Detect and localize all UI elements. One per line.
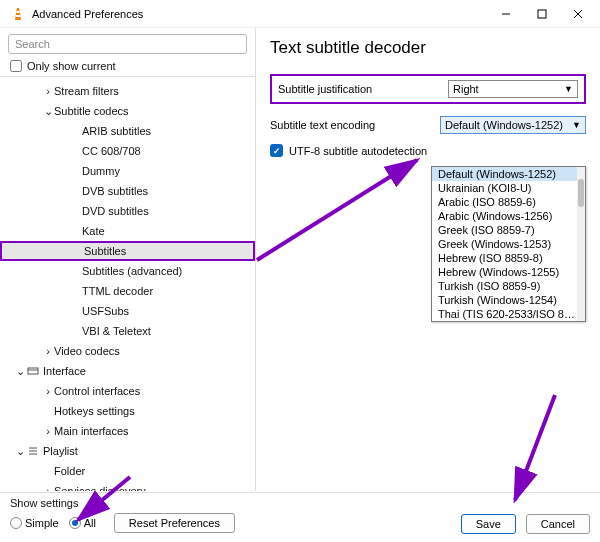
preferences-tree[interactable]: ›Stream filters⌄Subtitle codecsARIB subt… [0,76,255,491]
tree-item-label: Subtitles [84,245,126,257]
encoding-option[interactable]: Arabic (ISO 8859-6) [432,195,585,209]
tree-item-label: DVD subtitles [82,205,149,217]
tree-item[interactable]: ⌄Playlist [0,441,255,461]
chevron-down-icon[interactable]: ⌄ [42,105,54,118]
tree-item-label: TTML decoder [82,285,153,297]
tree-item-label: Subtitles (advanced) [82,265,182,277]
footer: Show settings Simple All Reset Preferenc… [0,492,600,542]
window-title: Advanced Preferences [32,8,488,20]
justification-dropdown[interactable]: Right ▼ [448,80,578,98]
reset-preferences-button[interactable]: Reset Preferences [114,513,235,533]
tree-item-label: Services discovery [54,485,146,491]
interface-icon [26,364,40,378]
encoding-option[interactable]: Turkish (ISO 8859-9) [432,279,585,293]
encoding-option[interactable]: Arabic (Windows-1256) [432,209,585,223]
tree-item[interactable]: Folder [0,461,255,481]
tree-item[interactable]: CC 608/708 [0,141,255,161]
encoding-dropdown[interactable]: Default (Windows-1252) ▼ [440,116,586,134]
title-bar: Advanced Preferences [0,0,600,28]
svg-rect-4 [538,10,546,18]
encoding-option[interactable]: Thai (TIS 620-2533/ISO 8859-11) [432,307,585,321]
encoding-value: Default (Windows-1252) [445,119,563,131]
tree-item-label: Video codecs [54,345,120,357]
chevron-right-icon[interactable]: › [42,85,54,97]
justification-label: Subtitle justification [278,83,448,95]
tree-item-label: ARIB subtitles [82,125,151,137]
simple-radio[interactable]: Simple [10,517,59,529]
tree-item-label: USFSubs [82,305,129,317]
encoding-option[interactable]: Greek (Windows-1253) [432,237,585,251]
svg-rect-2 [16,15,20,17]
tree-item-label: Main interfaces [54,425,129,437]
chevron-down-icon: ▼ [572,120,581,130]
dropdown-scrollbar[interactable] [577,167,585,321]
tree-item-label: Subtitle codecs [54,105,129,117]
tree-item[interactable]: Hotkeys settings [0,401,255,421]
tree-item[interactable]: ›Services discovery [0,481,255,491]
encoding-option[interactable]: Default (Windows-1252) [432,167,585,181]
tree-item[interactable]: ARIB subtitles [0,121,255,141]
justification-value: Right [453,83,479,95]
svg-marker-0 [15,8,21,20]
tree-item[interactable]: Dummy [0,161,255,181]
tree-item[interactable]: DVB subtitles [0,181,255,201]
tree-item[interactable]: ⌄Subtitle codecs [0,101,255,121]
show-settings-label: Show settings [10,497,590,509]
tree-item[interactable]: Kate [0,221,255,241]
checkbox-checked-icon [270,144,283,157]
chevron-right-icon[interactable]: › [42,385,54,397]
utf8-autodetect-checkbox[interactable]: UTF-8 subtitle autodetection [270,144,586,157]
tree-item-label: Folder [54,465,85,477]
tree-item[interactable]: TTML decoder [0,281,255,301]
only-show-current-checkbox[interactable]: Only show current [0,58,255,76]
tree-item-label: Kate [82,225,105,237]
only-show-current-box[interactable] [10,60,22,72]
encoding-option[interactable]: Turkish (Windows-1254) [432,293,585,307]
tree-item[interactable]: Subtitles (advanced) [0,261,255,281]
svg-rect-1 [17,11,20,13]
tree-item-label: Playlist [43,445,78,457]
encoding-row: Subtitle text encoding Default (Windows-… [270,112,586,138]
playlist-icon [26,444,40,458]
encoding-option[interactable]: Hebrew (Windows-1255) [432,265,585,279]
cancel-button[interactable]: Cancel [526,514,590,534]
tree-item[interactable]: USFSubs [0,301,255,321]
panel-title: Text subtitle decoder [270,38,586,58]
save-button[interactable]: Save [461,514,516,534]
tree-item-label: Control interfaces [54,385,140,397]
search-input[interactable]: Search [8,34,247,54]
tree-item[interactable]: Subtitles [0,241,255,261]
tree-item-label: DVB subtitles [82,185,148,197]
tree-item[interactable]: ›Main interfaces [0,421,255,441]
chevron-right-icon[interactable]: › [42,345,54,357]
tree-item-label: Stream filters [54,85,119,97]
tree-item-label: Hotkeys settings [54,405,135,417]
only-show-current-label: Only show current [27,60,116,72]
maximize-button[interactable] [524,3,560,25]
minimize-button[interactable] [488,3,524,25]
chevron-down-icon[interactable]: ⌄ [14,445,26,458]
vlc-cone-icon [10,6,26,22]
all-radio[interactable]: All [69,517,96,529]
close-button[interactable] [560,3,596,25]
tree-item[interactable]: ⌄Interface [0,361,255,381]
svg-rect-7 [28,368,38,374]
chevron-right-icon[interactable]: › [42,425,54,437]
simple-label: Simple [25,517,59,529]
tree-item[interactable]: ›Stream filters [0,81,255,101]
chevron-right-icon[interactable]: › [42,485,54,491]
tree-item[interactable]: ›Control interfaces [0,381,255,401]
encoding-option[interactable]: Greek (ISO 8859-7) [432,223,585,237]
tree-item-label: CC 608/708 [82,145,141,157]
chevron-down-icon[interactable]: ⌄ [14,365,26,378]
subtitle-justification-row: Subtitle justification Right ▼ [270,74,586,104]
settings-panel: Text subtitle decoder Subtitle justifica… [256,28,600,491]
tree-item-label: Dummy [82,165,120,177]
encoding-option[interactable]: Hebrew (ISO 8859-8) [432,251,585,265]
tree-item[interactable]: DVD subtitles [0,201,255,221]
encoding-option[interactable]: Ukrainian (KOI8-U) [432,181,585,195]
encoding-dropdown-list[interactable]: Default (Windows-1252)Ukrainian (KOI8-U)… [431,166,586,322]
tree-item[interactable]: ›Video codecs [0,341,255,361]
tree-item[interactable]: VBI & Teletext [0,321,255,341]
scrollbar-thumb[interactable] [578,179,584,207]
